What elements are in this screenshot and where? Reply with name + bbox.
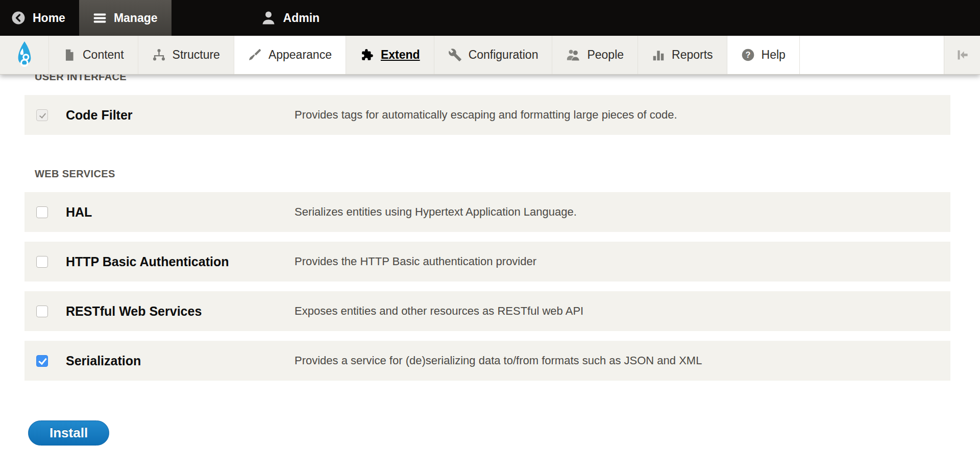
module-checkbox-code-filter	[36, 109, 48, 121]
tab-people[interactable]: People	[552, 36, 638, 74]
admin-bar-item-label: Home	[33, 11, 65, 25]
tab-label: Reports	[672, 48, 713, 62]
paintbrush-icon	[248, 48, 262, 62]
tab-label: Appearance	[268, 48, 332, 62]
module-description: Serializes entities using Hypertext Appl…	[295, 205, 950, 219]
module-description: Provides the HTTP Basic authentication p…	[295, 255, 950, 268]
section-title: WEB SERVICES	[35, 169, 950, 179]
module-row-hal: HAL Serializes entities using Hypertext …	[24, 192, 950, 232]
admin-bar-item-label: Admin	[283, 11, 320, 25]
module-checkbox-restful-web-services[interactable]	[36, 306, 48, 317]
tab-content[interactable]: Content	[49, 36, 138, 74]
tab-label: People	[587, 48, 624, 62]
drupal-logo[interactable]	[0, 36, 49, 74]
tab-configuration[interactable]: Configuration	[434, 36, 553, 74]
tab-help[interactable]: ? Help	[727, 36, 800, 74]
tab-label: Content	[83, 48, 124, 62]
svg-text:?: ?	[745, 50, 750, 59]
module-name: Serialization	[66, 354, 295, 368]
drupal-logo-icon	[16, 41, 33, 69]
hamburger-icon	[93, 11, 107, 25]
collapse-left-icon	[955, 48, 969, 62]
admin-toolbar: Home Manage Admin	[0, 0, 980, 36]
module-checkbox-serialization[interactable]	[36, 355, 48, 367]
toolbar-orientation-toggle[interactable]	[944, 36, 980, 74]
install-button-row: Install	[28, 420, 980, 446]
module-row-restful-web-services: RESTful Web Services Exposes entities an…	[24, 291, 950, 331]
toolbar-tabs: Content Structure Appearance Extend Conf…	[49, 36, 800, 74]
wrench-icon	[448, 48, 462, 62]
module-name: Code Filter	[66, 108, 295, 123]
extend-module-page: USER INTERFACE Code Filter Provides tags…	[0, 72, 980, 446]
tab-appearance[interactable]: Appearance	[234, 36, 346, 74]
module-checkbox-http-basic-authentication[interactable]	[36, 256, 48, 268]
module-row-http-basic-authentication: HTTP Basic Authentication Provides the H…	[24, 242, 950, 282]
module-name: HTTP Basic Authentication	[66, 254, 295, 269]
sitemap-icon	[152, 48, 166, 62]
tab-reports[interactable]: Reports	[638, 36, 727, 74]
tab-label: Help	[762, 48, 786, 62]
toolbar-tray: Content Structure Appearance Extend Conf…	[0, 36, 980, 75]
module-row-serialization: Serialization Provides a service for (de…	[24, 341, 950, 381]
people-icon	[566, 48, 580, 62]
module-checkbox-hal[interactable]	[36, 206, 48, 218]
tab-label: Configuration	[469, 48, 538, 62]
module-description: Exposes entities and other resources as …	[295, 305, 950, 318]
module-name: HAL	[66, 205, 295, 220]
install-button[interactable]: Install	[28, 420, 109, 446]
tab-extend[interactable]: Extend	[346, 36, 434, 74]
admin-bar-item-admin[interactable]: Admin	[247, 0, 334, 36]
back-circle-icon	[11, 11, 26, 25]
tab-label: Extend	[381, 48, 420, 62]
module-name: RESTful Web Services	[66, 304, 295, 319]
user-icon	[261, 10, 276, 26]
module-section-web-services: WEB SERVICES HAL Serializes entities usi…	[24, 169, 950, 381]
document-icon	[63, 49, 76, 62]
module-description: Provides tags for automatically escaping…	[295, 108, 950, 122]
tab-label: Structure	[173, 48, 220, 62]
admin-bar-item-home[interactable]: Home	[0, 0, 79, 36]
toolbar-spacer	[800, 36, 944, 74]
admin-bar-item-manage[interactable]: Manage	[79, 0, 172, 36]
module-section-user-interface: USER INTERFACE Code Filter Provides tags…	[24, 72, 950, 135]
module-description: Provides a service for (de)serializing d…	[295, 354, 950, 367]
bar-chart-icon	[652, 49, 665, 62]
puzzle-icon	[360, 48, 374, 62]
question-icon: ?	[741, 48, 755, 62]
tab-structure[interactable]: Structure	[138, 36, 234, 74]
module-row-code-filter: Code Filter Provides tags for automatica…	[24, 95, 950, 135]
module-list: USER INTERFACE Code Filter Provides tags…	[0, 72, 980, 381]
admin-bar-item-label: Manage	[114, 11, 158, 25]
